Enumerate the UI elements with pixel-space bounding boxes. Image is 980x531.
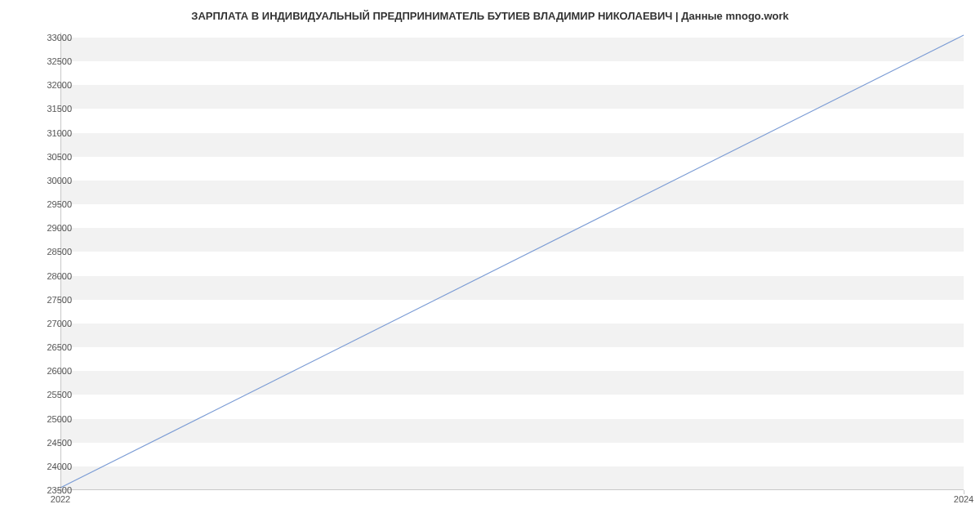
- y-tick-label: 30000: [31, 176, 72, 185]
- y-tick-label: 29500: [31, 199, 72, 209]
- x-tick-label: 2022: [51, 494, 70, 504]
- y-tick-label: 25500: [31, 390, 72, 399]
- plot-area: [60, 33, 964, 490]
- chart-title: ЗАРПЛАТА В ИНДИВИДУАЛЬНЫЙ ПРЕДПРИНИМАТЕЛ…: [0, 0, 980, 29]
- y-tick-label: 27000: [31, 319, 72, 328]
- y-tick-label: 29000: [31, 223, 72, 233]
- y-tick-label: 32000: [31, 80, 72, 90]
- y-tick-label: 24000: [31, 462, 72, 471]
- y-tick-label: 25000: [31, 414, 72, 424]
- y-tick-label: 26000: [31, 366, 72, 376]
- y-tick-label: 31000: [31, 128, 72, 138]
- y-tick-label: 33000: [31, 33, 72, 42]
- y-tick-label: 30500: [31, 152, 72, 162]
- y-tick-label: 28000: [31, 271, 72, 281]
- y-tick-label: 27500: [31, 295, 72, 305]
- y-tick-label: 28500: [31, 247, 72, 257]
- data-line: [60, 35, 964, 488]
- y-tick-label: 26500: [31, 342, 72, 352]
- y-tick-label: 24500: [31, 438, 72, 448]
- y-tick-label: 31500: [31, 104, 72, 114]
- x-tick-label: 2024: [954, 494, 973, 504]
- y-tick-label: 32500: [31, 56, 72, 66]
